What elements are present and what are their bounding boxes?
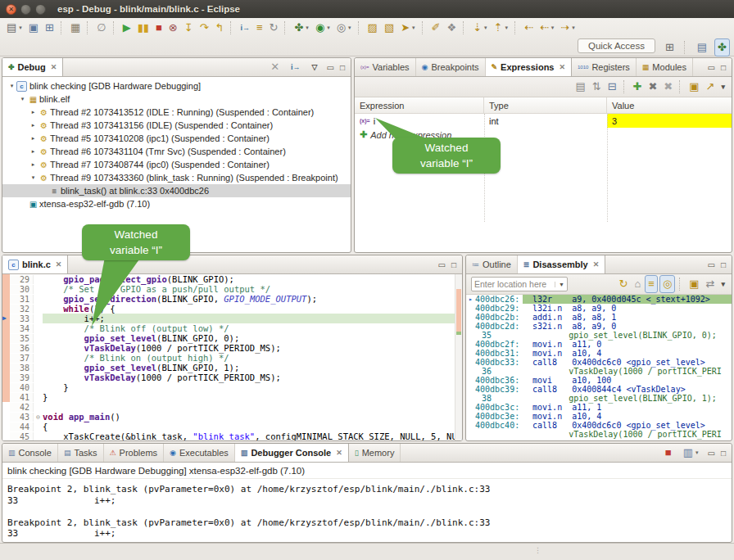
disassembly-line[interactable]: 400dbc2f: movi.n a11, 0 — [466, 340, 732, 349]
code-text[interactable]: gpio_set_level(BLINK_GPIO, 0); — [43, 333, 462, 343]
diff-annotation-bar[interactable] — [2, 412, 10, 422]
tab-debugger-console[interactable]: ▥Debugger Console✕ — [235, 444, 349, 462]
minimize-view-icon[interactable]: ▭ — [327, 63, 334, 72]
diff-annotation-bar[interactable] — [2, 373, 10, 382]
debug-tree-item[interactable]: ▸⚙Thread #3 1073413156 (IDLE) (Suspended… — [2, 119, 351, 132]
diff-annotation-bar[interactable] — [2, 294, 10, 304]
tab-problems[interactable]: ⚠Problems — [104, 444, 165, 462]
disassembly-line[interactable]: 35 gpio_set_level(BLINK_GPIO, 0); — [466, 331, 732, 340]
disassembly-line[interactable]: ▸400dbc26: l32r a9, 0x400d045c <_stext+1… — [466, 295, 732, 304]
resume-icon[interactable]: ▶ — [120, 20, 134, 36]
code-text[interactable]: vTaskDelay(1000 / portTICK_PERIOD_MS); — [43, 373, 462, 382]
external-tools-icon[interactable]: ➤▾ — [398, 20, 417, 36]
fold-toggle-icon[interactable]: ⊖ — [34, 413, 43, 421]
combo-dropdown-icon[interactable]: ▼ — [555, 282, 564, 287]
code-line[interactable]: 35 gpio_set_level(BLINK_GPIO, 0); — [2, 333, 462, 343]
tab-memory[interactable]: ▯Memory — [349, 444, 401, 462]
code-line[interactable]: 44{ — [2, 422, 462, 431]
tab-tasks[interactable]: ▤Tasks — [58, 444, 104, 462]
search-icon[interactable]: ✐ — [429, 20, 443, 36]
dropdown-arrow-icon[interactable]: ▾ — [327, 25, 330, 31]
tree-expander-icon[interactable]: ▾ — [29, 174, 38, 181]
dropdown-arrow-icon[interactable]: ▾ — [348, 25, 351, 31]
close-tab-icon[interactable]: ✕ — [56, 260, 62, 269]
profile-icon[interactable]: ◎▾ — [334, 20, 354, 36]
dropdown-arrow-icon[interactable]: ▾ — [551, 25, 555, 31]
tab-blink-c[interactable]: c blink.c ✕ — [2, 255, 68, 273]
code-text[interactable]: } — [43, 382, 462, 392]
code-text[interactable]: void app_main() — [43, 412, 462, 422]
maximize-view-icon[interactable]: □ — [451, 260, 456, 269]
disassembly-line[interactable]: 400dbc40: call8 0x400dc6c0 <gpio_set_lev… — [466, 421, 732, 430]
dropdown-arrow-icon[interactable]: ▾ — [572, 25, 575, 31]
back-history-icon[interactable]: ⇠▾ — [537, 20, 556, 36]
diff-annotation-bar[interactable] — [2, 422, 10, 431]
diff-annotation-bar[interactable] — [2, 274, 10, 284]
minimize-view-icon[interactable]: ▭ — [708, 449, 715, 458]
dropdown-arrow-icon[interactable]: ▾ — [505, 25, 509, 31]
code-editor[interactable]: 29 gpio_pad_select_gpio(BLINK_GPIO);30 /… — [2, 274, 462, 441]
close-tab-icon[interactable]: ✕ — [336, 449, 342, 457]
add-new-expression-icon[interactable]: ✚ — [631, 79, 645, 95]
tab-outline[interactable]: ≔Outline — [466, 255, 518, 273]
debug-tree-item[interactable]: ▾⚙Thread #9 1073433360 (blink_task : Run… — [2, 171, 351, 184]
pin-view-icon[interactable]: ↗ — [704, 79, 718, 95]
code-text[interactable]: { — [43, 422, 462, 431]
diff-annotation-bar[interactable] — [2, 323, 10, 333]
display-selected-console-icon[interactable]: ▥▾ — [681, 445, 701, 461]
code-text[interactable]: i++; — [43, 314, 462, 323]
tab-modules[interactable]: ▦Modules — [637, 58, 693, 76]
instruction-stepping-toggle-icon[interactable]: i→ — [288, 59, 303, 75]
code-line[interactable]: 34 /* Blink off (output low) */ — [2, 323, 462, 333]
code-line[interactable]: 40 } — [2, 382, 462, 392]
overview-ruler[interactable] — [455, 274, 462, 441]
close-tab-icon[interactable]: ✕ — [593, 260, 600, 269]
tab-registers[interactable]: 1010Registers — [572, 58, 637, 76]
code-text[interactable]: /* Blink off (output low) */ — [43, 323, 462, 333]
show-type-names-icon[interactable]: ▤ — [573, 79, 587, 95]
diff-annotation-bar[interactable] — [2, 392, 10, 402]
step-return-icon[interactable]: ↰ — [213, 20, 227, 36]
save-icon[interactable]: ▣ — [26, 20, 41, 36]
next-annotation-icon[interactable]: ⇡▾ — [492, 20, 510, 36]
disassembly-line[interactable]: 400dbc2b: addi.n a8, a8, 1 — [466, 313, 732, 322]
dropdown-arrow-icon[interactable]: ▾ — [306, 25, 309, 31]
code-line[interactable]: ▶33 i++; — [2, 314, 462, 323]
minimize-view-icon[interactable]: ▭ — [708, 63, 715, 72]
home-icon[interactable]: ⌂ — [632, 276, 643, 292]
terminate-console-icon[interactable]: ■ — [663, 445, 674, 461]
diff-annotation-bar[interactable]: ▶ — [2, 314, 10, 323]
collapse-all-icon[interactable]: ⊟ — [605, 79, 619, 95]
tree-expander-icon[interactable]: ▾ — [7, 83, 16, 89]
view-menu-icon[interactable]: ▾ — [718, 79, 727, 95]
diff-annotation-bar[interactable] — [2, 333, 10, 343]
code-text[interactable]: } — [43, 392, 462, 402]
step-into-icon[interactable]: ↧ — [182, 20, 196, 36]
view-menu-icon[interactable]: ▽ — [310, 59, 320, 75]
open-resource-icon[interactable]: ▧ — [382, 20, 396, 36]
tree-expander-icon[interactable]: ▸ — [29, 109, 38, 115]
code-line[interactable]: 42 — [2, 402, 462, 412]
code-line[interactable]: 30 /* Set the GPIO as a push/pull output… — [2, 284, 462, 294]
back-icon[interactable]: ⇠ — [522, 20, 536, 36]
dropdown-arrow-icon[interactable]: ▾ — [484, 25, 487, 31]
debug-tree-item[interactable]: ▸⚙Thread #5 1073410208 (ipc1) (Suspended… — [2, 132, 351, 145]
disassembly-line[interactable]: 400dbc3e: movi.n a10, 4 — [466, 412, 732, 421]
code-text[interactable]: while(1) { — [43, 304, 462, 314]
disassembly-line[interactable]: 400dbc39: call8 0x400844c4 <vTaskDelay> — [466, 385, 732, 394]
terminate-icon[interactable]: ■ — [153, 20, 165, 36]
tab-debug[interactable]: ✤ Debug ✕ — [2, 58, 63, 76]
code-line[interactable]: 43⊖void app_main() — [2, 412, 462, 422]
code-text[interactable]: /* Set the GPIO as a push/pull output */ — [43, 284, 462, 294]
disconnect-icon[interactable]: ⊗ — [166, 20, 180, 36]
diff-annotation-bar[interactable] — [2, 343, 10, 353]
tab-expressions[interactable]: ✎Expressions✕ — [486, 58, 573, 76]
maximize-view-icon[interactable]: □ — [721, 63, 726, 72]
open-perspective-icon[interactable]: ⊞ — [663, 39, 677, 56]
debug-icon[interactable]: ✤▾ — [292, 20, 310, 36]
disassembly-line[interactable]: 36 vTaskDelay(1000 / portTICK_PERI — [466, 367, 732, 376]
remove-all-terminated-icon[interactable]: ✕ — [268, 59, 282, 75]
close-tab-icon[interactable]: ✕ — [51, 63, 57, 71]
diff-annotation-bar[interactable] — [2, 382, 10, 392]
console-output[interactable]: Breakpoint 2, blink_task (pvParameter=0x… — [2, 479, 732, 543]
